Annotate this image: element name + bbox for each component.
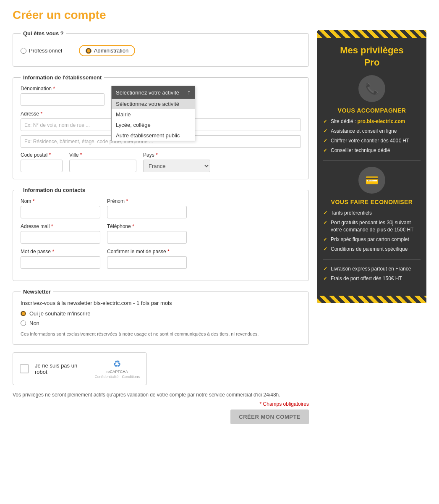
- promo-item-chiffrer: ✓ Chiffrer votre chantier dès 400€ HT: [323, 137, 421, 144]
- promo-section1-title: VOUS ACCOMPAGNER: [323, 107, 421, 114]
- promo-section2-list: ✓ Tarifs préférentiels ✓ Port gratuits p…: [323, 210, 421, 252]
- confirm-password-label: Confirmer le mot de passe *: [107, 249, 187, 255]
- nom-prenom-row: Nom * Prénom *: [21, 198, 301, 218]
- radio-newsletter-non[interactable]: [21, 320, 26, 326]
- captcha-label: Je ne suis pas un robot: [35, 362, 89, 375]
- newsletter-oui-label: Oui je souhaite m'inscrire: [29, 310, 91, 317]
- newsletter-oui[interactable]: Oui je souhaite m'inscrire: [21, 310, 301, 317]
- promo-section2-title: VOUS FAIRE ECONOMISER: [323, 199, 421, 205]
- cursor-icon: ↑: [187, 89, 191, 96]
- newsletter-description: Inscrivez-vous à la newsletter bis-elect…: [21, 300, 301, 306]
- dropdown-item-3[interactable]: Autre établissement public: [112, 130, 195, 141]
- etablissement-legend: Information de l'établissement: [21, 74, 104, 81]
- newsletter-non[interactable]: Non: [21, 320, 301, 326]
- telephone-label: Téléphone *: [107, 223, 187, 229]
- newsletter-options: Oui je souhaite m'inscrire Non: [21, 310, 301, 326]
- nom-group: Nom *: [21, 198, 100, 218]
- contacts-legend: Information du contacts: [21, 187, 88, 193]
- footer-note: Vos privilèges ne seront pleinement acti…: [13, 392, 309, 398]
- nom-label: Nom *: [21, 198, 100, 204]
- promo-item-conditions: ✓ Conditions de paiement spécifique: [323, 246, 421, 253]
- location-row: Code postal * Ville * Pays * France: [21, 152, 301, 172]
- promo-item-assistance: ✓ Assistance et conseil en ligne: [323, 128, 421, 135]
- promo-item-livraison: ✓ Livraison express partout en France: [323, 265, 421, 273]
- newsletter-legend: Newsletter: [21, 289, 53, 295]
- radio-option-professionnel[interactable]: Professionnel: [21, 47, 62, 54]
- pays-label: Pays *: [143, 152, 210, 158]
- dropdown-item-2[interactable]: Lycée, collège: [112, 120, 195, 130]
- password-row: Mot de passe * Confirmer le mot de passe…: [21, 249, 301, 269]
- denomination-label: Dénomination *: [21, 86, 105, 92]
- confirm-password-input[interactable]: [107, 256, 187, 269]
- telephone-group: Téléphone *: [107, 223, 187, 244]
- radio-administration-label: Administration: [94, 47, 128, 54]
- prenom-input[interactable]: [107, 206, 187, 218]
- activite-group: Activité * Sélectionnez votre activité ↑…: [111, 86, 131, 92]
- dropdown-item-1[interactable]: Mairie: [112, 109, 195, 120]
- code-postal-input[interactable]: [21, 160, 63, 172]
- captcha-checkbox[interactable]: [20, 364, 29, 373]
- promo-divider: [323, 160, 421, 161]
- promo-phone-icon: 📞: [358, 75, 385, 102]
- dropdown-item-0[interactable]: Sélectionnez votre activité: [112, 99, 195, 109]
- promo-box: Mes privilèges Pro 📞 VOUS ACCOMPAGNER ✓ …: [317, 30, 426, 303]
- activite-dropdown[interactable]: Sélectionnez votre activité ↑ Sélectionn…: [111, 86, 195, 141]
- promo-item-prix: ✓ Prix spécifiques par carton complet: [323, 236, 421, 243]
- promo-item-conseiller: ✓ Conseiller technique dédié: [323, 147, 421, 154]
- who-are-you-legend: Qui êtes vous ?: [21, 30, 66, 37]
- email-label: Adresse mail *: [21, 223, 100, 229]
- ville-input[interactable]: [69, 160, 136, 172]
- page-title: Créer un compte: [13, 8, 426, 22]
- password-label: Mot de passe *: [21, 249, 100, 255]
- pays-select[interactable]: France: [143, 160, 210, 172]
- password-group: Mot de passe *: [21, 249, 100, 269]
- who-are-you-section: Qui êtes vous ? Professionnel Administra…: [13, 30, 309, 67]
- nom-input[interactable]: [21, 206, 100, 218]
- captcha-logo: ♻ reCAPTCHA Confidentialité - Conditions: [94, 359, 140, 379]
- telephone-input[interactable]: [107, 231, 187, 244]
- ville-group: Ville *: [69, 152, 136, 172]
- etablissement-section: Information de l'établissement Dénominat…: [13, 74, 309, 179]
- denomination-group: Dénomination *: [21, 86, 105, 106]
- email-group: Adresse mail *: [21, 223, 100, 244]
- mandatory-note: * Champs obligatoires: [13, 401, 309, 407]
- promo-item-frais: ✓ Frais de port offert dès 150€ HT: [323, 275, 421, 282]
- submit-button[interactable]: CRÉER MON COMPTE: [230, 410, 309, 424]
- user-type-radio-group: Professionnel Administration: [21, 42, 301, 60]
- promo-item-site: ✓ Site dédié : pro.bis-electric.com: [323, 118, 421, 125]
- denomination-activite-row: Dénomination * Activité * Sélectionnez v…: [21, 86, 301, 106]
- promo-divider2: [323, 259, 421, 260]
- captcha-box[interactable]: Je ne suis pas un robot ♻ reCAPTCHA Conf…: [13, 352, 147, 385]
- prenom-label: Prénom *: [107, 198, 187, 204]
- newsletter-section: Newsletter Inscrivez-vous à la newslette…: [13, 289, 309, 345]
- promo-stripe-bottom: [317, 296, 426, 303]
- radio-option-administration[interactable]: Administration: [79, 45, 135, 56]
- code-postal-label: Code postal *: [21, 152, 63, 158]
- promo-sidebar: Mes privilèges Pro 📞 VOUS ACCOMPAGNER ✓ …: [317, 30, 426, 424]
- radio-professionnel-label: Professionnel: [29, 47, 62, 54]
- promo-section3-list: ✓ Livraison express partout en France ✓ …: [323, 265, 421, 282]
- newsletter-non-label: Non: [29, 320, 39, 326]
- prenom-group: Prénom *: [107, 198, 187, 218]
- newsletter-note: Ces informations sont exclusivement rése…: [21, 331, 301, 338]
- dropdown-selected-label: Sélectionnez votre activité: [116, 89, 179, 96]
- pays-group: Pays * France: [143, 152, 210, 172]
- denomination-input[interactable]: [21, 93, 105, 106]
- radio-administration[interactable]: [86, 48, 91, 54]
- captcha-links: Confidentialité - Conditions: [94, 375, 140, 379]
- ville-label: Ville *: [69, 152, 136, 158]
- radio-newsletter-oui[interactable]: [21, 311, 26, 316]
- promo-item-tarifs: ✓ Tarifs préférentiels: [323, 210, 421, 217]
- email-tel-row: Adresse mail * Téléphone *: [21, 223, 301, 244]
- password-input[interactable]: [21, 256, 100, 269]
- radio-professionnel[interactable]: [21, 48, 26, 54]
- promo-title: Mes privilèges Pro: [323, 45, 421, 68]
- recaptcha-brand: reCAPTCHA: [107, 370, 128, 374]
- code-postal-group: Code postal *: [21, 152, 63, 172]
- promo-card-icon: 💳: [358, 167, 385, 194]
- promo-item-port: ✓ Port gratuits pendant les 30j suivant …: [323, 219, 421, 234]
- promo-section1-list: ✓ Site dédié : pro.bis-electric.com ✓ As…: [323, 118, 421, 154]
- confirm-password-group: Confirmer le mot de passe *: [107, 249, 187, 269]
- contacts-section: Information du contacts Nom * Prénom *: [13, 187, 309, 281]
- email-input[interactable]: [21, 231, 100, 244]
